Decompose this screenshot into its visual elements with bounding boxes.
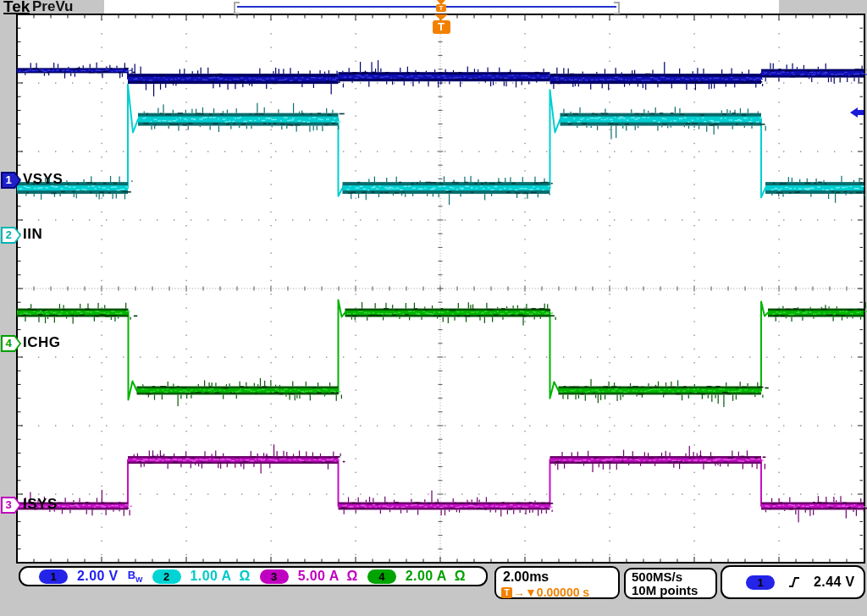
waveform-graticule [0, 0, 867, 616]
channel-1-badge-digit: 1 [3, 173, 14, 187]
ohm-impedance-icon: Ω [455, 569, 466, 583]
arrow-left-icon [850, 107, 858, 118]
channel-3-waveform-label: ISYS [23, 496, 58, 513]
sample-rate: 500MS/s [632, 570, 715, 584]
trigger-delay-readout: T → ▼ 0.00000 s [501, 586, 589, 599]
channel-1-waveform-label: VSYS [23, 171, 63, 188]
trigger-level-arrow-icon [850, 107, 864, 118]
record-window-left-bracket [234, 2, 240, 14]
trigger-t-icon: T [501, 587, 512, 598]
channel-1-badge: 1 [39, 569, 68, 584]
acquisition-mode-label: PreVu [32, 0, 74, 14]
trigger-source-badge: 1 [746, 575, 775, 590]
channel-4-badge: 4 [367, 569, 396, 584]
channel-4-badge-digit: 4 [3, 337, 14, 350]
arrow-right-icon: → [513, 586, 525, 599]
tek-logo: Tek [3, 0, 30, 14]
channel-2-scale: 1.00 AΩ [191, 569, 251, 584]
channel-4-scale: 2.00 AΩ [406, 569, 466, 584]
channel-4-waveform-label: ICHG [23, 334, 61, 351]
channel-3-badge: 3 [260, 569, 289, 584]
trigger-readout-bar: 1 2.44 V [721, 565, 865, 599]
acquisition-readout-bar: 500MS/s 10M points [624, 568, 717, 599]
channel-3-scale: 5.00 AΩ [298, 569, 358, 584]
arrow-tail [858, 110, 864, 115]
trigger-t-icon: T [433, 20, 450, 34]
horizontal-readout-bar: 2.00ms T → ▼ 0.00000 s [494, 566, 620, 599]
channel-1-scale: 2.00 V [77, 569, 119, 584]
rising-edge-slope-icon [788, 575, 800, 589]
channel-2-waveform-label: IIN [23, 226, 42, 243]
channel-2-badge-digit: 2 [3, 228, 14, 242]
top-status-strip: Tek PreVu T [0, 0, 867, 14]
channel-3-badge-digit: 3 [3, 498, 14, 512]
record-view-bar: T [104, 0, 779, 14]
ohm-impedance-icon: Ω [239, 569, 250, 583]
horizontal-scale: 2.00ms [503, 569, 549, 585]
ohm-impedance-icon: Ω [347, 569, 358, 583]
trigger-level-value: 2.44 V [814, 575, 855, 590]
channel-scale-readout-bar: 1 2.00 V BW 2 1.00 AΩ 3 5.00 AΩ 4 2.00 A… [19, 566, 488, 586]
triangle-down-icon [434, 14, 448, 20]
record-trigger-marker-icon: T [434, 0, 448, 12]
record-window-right-bracket [614, 2, 620, 14]
trigger-position-marker: T [430, 14, 452, 34]
channel-2-badge: 2 [152, 569, 181, 584]
trigger-t-icon: T [436, 4, 446, 12]
trigger-delay-value: 0.00000 s [537, 586, 589, 599]
record-view-line [237, 6, 616, 8]
triangle-down-icon: ▼ [525, 586, 537, 599]
oscilloscope-screen: Tek PreVu T T 1 VSYS 2 IIN 4 ICHG 3 ISYS [0, 0, 867, 616]
bandwidth-limit-icon: BW [128, 569, 143, 584]
record-length: 10M points [632, 584, 715, 597]
